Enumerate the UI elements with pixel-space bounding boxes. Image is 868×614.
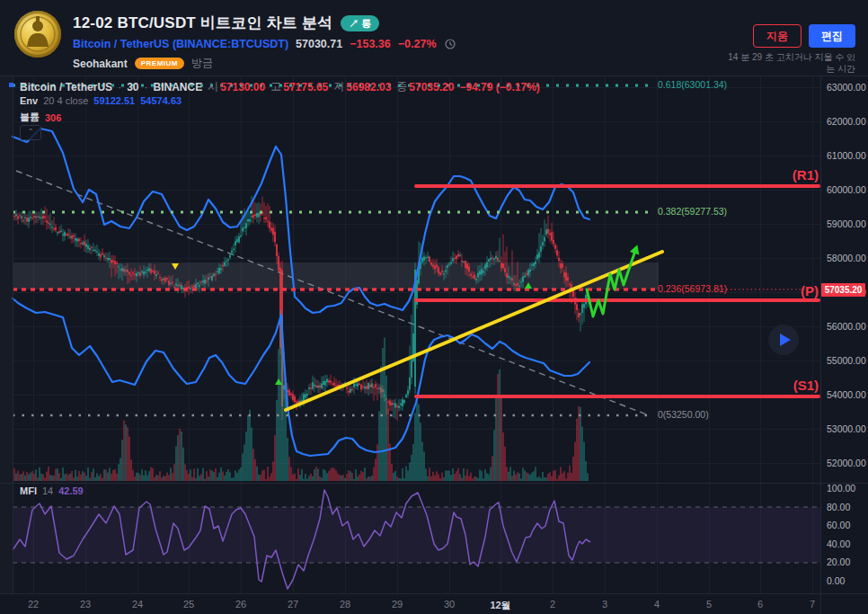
mfi-legend[interactable]: MFI 14 42.59: [20, 485, 84, 496]
posted-time: 방금: [191, 56, 213, 71]
ticker-price: 57030.71: [296, 38, 342, 50]
ticker-change-pct: −0.27%: [398, 38, 437, 50]
price-tag: 57035.20: [821, 283, 865, 297]
post-header: 12-02 BTC/USDT 비트코인 차트 분석 ↗ 롱 Bitcoin / …: [0, 0, 868, 76]
ticker-symbol[interactable]: Bitcoin / TetherUS (BINANCE:BTCUSDT): [73, 38, 288, 50]
coin-figure-icon: [14, 11, 61, 58]
direction-badge: ↗ 롱: [341, 15, 379, 31]
edit-timer: 14 분 29 초 고치거나 지울 수 있 는 시간: [728, 51, 855, 75]
page-title: 12-02 BTC/USDT 비트코인 차트 분석: [73, 13, 332, 33]
delete-button[interactable]: 지움: [753, 24, 802, 48]
legend-collapse-button[interactable]: ⌃: [20, 125, 41, 140]
play-button[interactable]: [768, 325, 799, 355]
legend-row-env[interactable]: Env 20 4 close 59122.51 54574.63: [20, 95, 182, 106]
legend-row-symbol[interactable]: Bitcoin / TetherUS· 30· BINANCE 시57130.0…: [20, 79, 540, 94]
ticker-change: −153.36: [350, 38, 391, 50]
author-name[interactable]: Seohakant: [73, 58, 128, 70]
premium-badge: PREMIUM: [135, 58, 184, 69]
publish-clock-icon: [444, 38, 456, 50]
legend-series-marker: [9, 83, 13, 87]
legend-row-volume[interactable]: 볼륨 306: [20, 111, 61, 124]
avatar[interactable]: [14, 11, 61, 58]
edit-button[interactable]: 편집: [809, 24, 855, 48]
